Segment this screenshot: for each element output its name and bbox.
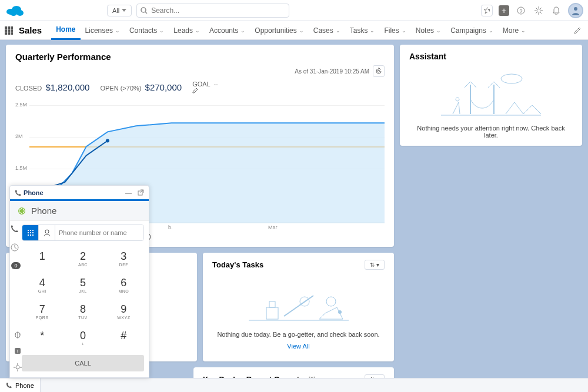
nav-tab-notes[interactable]: Notes⌄ bbox=[411, 21, 446, 40]
chevron-down-icon: ⌄ bbox=[370, 28, 375, 33]
gear-icon bbox=[14, 363, 22, 371]
svg-line-21 bbox=[284, 296, 313, 316]
svg-point-36 bbox=[23, 209, 24, 210]
chevron-down-icon bbox=[487, 9, 490, 12]
svg-text:!: ! bbox=[17, 349, 19, 354]
nav-tab-files[interactable]: Files⌄ bbox=[379, 21, 410, 40]
phone-settings-button[interactable] bbox=[14, 363, 24, 374]
nav-tab-cases[interactable]: Cases⌄ bbox=[309, 21, 345, 40]
nav-tab-contacts[interactable]: Contacts⌄ bbox=[125, 21, 169, 40]
dialpad-key-8[interactable]: 8TUV bbox=[62, 299, 103, 325]
svg-line-15 bbox=[540, 8, 542, 9]
svg-point-33 bbox=[24, 210, 25, 212]
dialpad-key-9[interactable]: 9WXYZ bbox=[103, 299, 144, 325]
dock-phone-item[interactable]: Phone bbox=[0, 378, 41, 392]
svg-line-52 bbox=[15, 334, 16, 334]
phone-number-input[interactable] bbox=[55, 225, 143, 240]
dialpad-key-5[interactable]: 5JKL bbox=[62, 272, 103, 299]
minimize-button[interactable]: — bbox=[125, 189, 132, 196]
edit-navigation-button[interactable] bbox=[572, 25, 583, 36]
call-button[interactable]: CALL bbox=[22, 355, 144, 371]
svg-line-16 bbox=[536, 12, 537, 14]
dialpad-key-2[interactable]: 2ABC bbox=[62, 246, 103, 272]
popout-button[interactable] bbox=[138, 189, 144, 196]
notifications-button[interactable] bbox=[550, 5, 562, 16]
dialpad-key-4[interactable]: 4GHI bbox=[22, 272, 62, 299]
svg-point-35 bbox=[19, 209, 21, 210]
svg-rect-42 bbox=[32, 230, 34, 231]
dialpad-key-7[interactable]: 7PQRS bbox=[22, 299, 62, 325]
global-create-button[interactable]: + bbox=[499, 5, 509, 16]
assistant-card: Assistant Nothing needs your attention r… bbox=[400, 45, 582, 146]
phone-tab-call[interactable] bbox=[11, 225, 21, 235]
dialpad-key-6[interactable]: 6MNO bbox=[103, 272, 144, 299]
user-avatar[interactable] bbox=[568, 3, 583, 18]
dialpad-mode-button[interactable] bbox=[22, 225, 39, 240]
dialpad-key-1[interactable]: 1 bbox=[22, 246, 62, 272]
svg-point-23 bbox=[326, 297, 336, 306]
app-launcher-button[interactable] bbox=[5, 26, 13, 35]
tasks-filter-button[interactable]: ⇅ ▾ bbox=[365, 260, 385, 270]
chevron-down-icon: ⌄ bbox=[299, 28, 304, 33]
svg-rect-40 bbox=[28, 230, 29, 231]
kpi-closed: $1,820,000 bbox=[45, 82, 89, 92]
nav-tab-licenses[interactable]: Licenses⌄ bbox=[81, 21, 125, 40]
svg-point-17 bbox=[574, 7, 577, 11]
edit-goal-button[interactable] bbox=[192, 88, 198, 93]
svg-text:?: ? bbox=[520, 8, 523, 14]
avatar-icon bbox=[570, 5, 581, 16]
nav-tab-campaigns[interactable]: Campaigns⌄ bbox=[446, 21, 498, 40]
svg-rect-44 bbox=[30, 232, 31, 233]
nav-tab-leads[interactable]: Leads⌄ bbox=[169, 21, 205, 40]
svg-point-37 bbox=[19, 212, 21, 213]
svg-point-18 bbox=[106, 139, 109, 142]
svg-rect-45 bbox=[32, 232, 34, 233]
setup-button[interactable] bbox=[533, 5, 544, 16]
chevron-down-icon: ⌄ bbox=[159, 28, 164, 33]
tasks-card: Today's Tasks ⇅ ▾ Nothing due today. bbox=[203, 253, 394, 361]
svg-point-34 bbox=[21, 213, 22, 214]
nav-tab-more[interactable]: More⌄ bbox=[498, 21, 530, 40]
assistant-illustration bbox=[441, 67, 541, 120]
refresh-icon bbox=[375, 68, 382, 75]
search-scope-label: All bbox=[112, 7, 119, 14]
nav-tab-tasks[interactable]: Tasks⌄ bbox=[345, 21, 380, 40]
dialpad-key-*[interactable]: * bbox=[22, 325, 62, 351]
favorites-button[interactable] bbox=[481, 5, 493, 16]
phone-icon bbox=[6, 382, 12, 388]
salesforce-logo bbox=[5, 4, 26, 18]
dialpad: 12ABC3DEF4GHI5JKL6MNO7PQRS8TUV9WXYZ*0+# bbox=[22, 246, 144, 351]
nav-tab-opportunities[interactable]: Opportunities⌄ bbox=[250, 21, 308, 40]
chevron-down-icon: ⌄ bbox=[336, 28, 340, 33]
help-button[interactable]: ? bbox=[515, 5, 527, 16]
chevron-down-icon: ⌄ bbox=[240, 28, 245, 33]
phone-info-button[interactable]: ! bbox=[14, 347, 24, 357]
dialpad-key-#[interactable]: # bbox=[103, 325, 144, 351]
nav-tab-home[interactable]: Home bbox=[51, 21, 80, 40]
history-icon bbox=[11, 243, 19, 252]
phone-utility-panel: Phone — Phone 0 12ABC3DEF4GHI5JKL6MNO7PQ… bbox=[9, 185, 149, 378]
search-scope-dropdown[interactable]: All bbox=[107, 5, 132, 16]
phone-tab-history[interactable] bbox=[11, 243, 21, 254]
nav-tab-accounts[interactable]: Accounts⌄ bbox=[205, 21, 250, 40]
tasks-view-all-link[interactable]: View All bbox=[212, 343, 385, 350]
global-search-input[interactable]: Search... bbox=[136, 4, 289, 18]
svg-line-14 bbox=[540, 12, 542, 14]
svg-rect-41 bbox=[30, 230, 31, 231]
chevron-down-icon: ⌄ bbox=[521, 28, 526, 33]
svg-point-38 bbox=[23, 212, 24, 213]
svg-point-31 bbox=[21, 208, 22, 209]
contacts-mode-button[interactable] bbox=[39, 225, 55, 240]
svg-rect-20 bbox=[269, 301, 275, 307]
svg-rect-48 bbox=[32, 234, 34, 236]
dialpad-key-0[interactable]: 0+ bbox=[62, 325, 103, 351]
dialpad-key-3[interactable]: 3DEF bbox=[103, 246, 144, 272]
popout-icon bbox=[138, 189, 144, 196]
kpi-open: $270,000 bbox=[145, 82, 182, 92]
phone-icon bbox=[11, 225, 19, 233]
svg-point-24 bbox=[338, 310, 342, 314]
phone-debug-button[interactable] bbox=[14, 330, 24, 341]
refresh-button[interactable] bbox=[373, 65, 385, 77]
bell-icon bbox=[552, 6, 560, 15]
pencil-icon bbox=[574, 27, 581, 34]
